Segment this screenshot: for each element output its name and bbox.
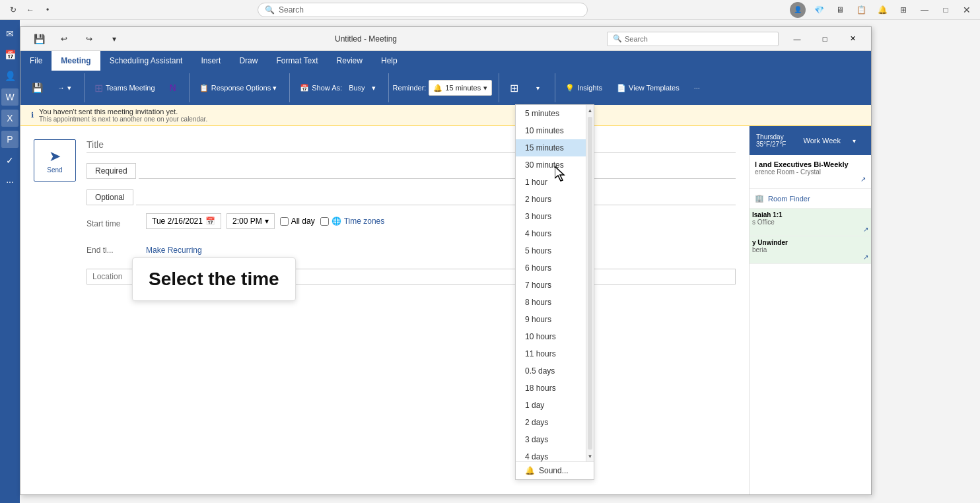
avatar-btn[interactable]: 👤 [790,2,806,18]
dropdown-item-20[interactable]: 4 days [516,448,586,461]
store-btn[interactable]: 💎 [811,3,827,17]
scroll-thumb[interactable] [588,117,592,450]
time-chevron: ▾ [265,217,269,226]
word-nav-icon[interactable]: W [1,88,18,106]
calendar-nav-icon[interactable]: 📅 [1,46,18,63]
ppt-nav-icon[interactable]: P [1,131,18,148]
dropdown-item-5[interactable]: 2 hours [516,191,586,208]
dropdown-item-12[interactable]: 9 hours [516,311,586,328]
tab-draw[interactable]: Draw [230,51,267,71]
dropdown-item-8[interactable]: 5 hours [516,242,586,259]
dropdown-item-17[interactable]: 1 day [516,397,586,414]
dropdown-item-9[interactable]: 6 hours [516,259,586,277]
make-recurring-link[interactable]: Make Recurring [146,246,202,255]
tab-meeting[interactable]: Meeting [52,51,100,71]
busy-dropdown: Busy [345,83,368,92]
dropdown-item-11[interactable]: 8 hours [516,294,586,311]
tab-insert[interactable]: Insert [192,51,230,71]
minimize-os[interactable]: — [917,3,932,17]
dropdown-item-4[interactable]: 1 hour [516,174,586,191]
expand-icon-1[interactable]: ↗ [755,176,866,183]
back-btn[interactable]: ← [22,3,38,17]
dropdown-item-19[interactable]: 3 days [516,431,586,448]
tab-review[interactable]: Review [328,51,372,71]
teams-meeting-btn[interactable]: ⊞ Teams Meeting [88,79,161,98]
title-input[interactable] [87,137,736,153]
scroll-down-arrow[interactable]: ▼ [586,451,594,461]
clip-btn[interactable]: 📋 [853,3,869,17]
expand-icon-2[interactable]: ↗ [752,226,868,233]
grid-toolbar-icon[interactable]: ⊞ [503,77,524,98]
window-controls: — □ ✕ [784,30,866,48]
tab-format[interactable]: Format Text [267,51,327,71]
refresh-btn[interactable]: ↻ [5,3,21,17]
send-button[interactable]: ➤ Send [34,139,76,182]
dropdown-item-7[interactable]: 4 hours [516,225,586,242]
timezones-check: 🌐 Time zones [320,217,385,226]
expand-icon-3[interactable]: ↗ [752,253,868,261]
optional-btn[interactable]: Optional [87,189,133,205]
onenote-btn[interactable]: N [164,79,182,96]
show-as-btn[interactable]: 📅 Show As: Busy ▾ [294,80,381,96]
more-options-btn[interactable]: ··· [688,81,706,95]
dropdown-item-3[interactable]: 30 minutes [516,156,586,174]
dropdown-item-15[interactable]: 0.5 days [516,362,586,380]
reminder-select[interactable]: 🔔 15 minutes ▾ [429,80,492,96]
minimize-btn[interactable]: — [784,30,810,48]
mail-nav-icon[interactable]: ✉ [1,25,18,42]
outer-search-box[interactable]: 🔍 Search [258,3,588,17]
tab-help[interactable]: Help [372,51,407,71]
maximize-btn[interactable]: □ [812,30,838,48]
optional-input[interactable] [136,190,736,205]
scroll-up-arrow[interactable]: ▲ [586,105,594,116]
dropdown-item-13[interactable]: 10 hours [516,328,586,345]
dropdown-item-16[interactable]: 18 hours [516,380,586,397]
dropdown-item-14[interactable]: 11 hours [516,345,586,362]
dropdown-sound-item[interactable]: 🔔 Sound... [516,461,594,479]
save-toolbar-btn[interactable]: 💾 [26,79,49,96]
bell-btn[interactable]: 🔔 [874,3,890,17]
dropdown-item-0[interactable]: 5 minutes [516,105,586,122]
more-nav-icon[interactable]: ··· [1,173,18,190]
insights-btn[interactable]: 💡 Insights [559,81,608,96]
reminder-dropdown: 5 minutes 10 minutes 15 minutes 30 minut… [515,104,594,480]
dropdown-item-2[interactable]: 15 minutes [516,139,586,156]
redo-icon[interactable]: ↪ [79,28,100,50]
dropdown-item-18[interactable]: 2 days [516,414,586,431]
screen-btn[interactable]: 🖥 [832,3,848,17]
room-finder[interactable]: 🏢 Room Finder [750,189,871,209]
required-btn[interactable]: Required [87,163,136,179]
info-bar: ℹ You haven't sent this meeting invitati… [20,105,871,126]
response-options-btn[interactable]: 📋 Response Options ▾ [193,81,283,96]
view-templates-btn[interactable]: 📄 View Templates [611,81,685,96]
save-icon[interactable]: 💾 [28,28,50,50]
check-nav-icon[interactable]: ✓ [1,152,18,169]
event3-sub: beria [752,246,868,253]
allday-checkbox[interactable] [280,217,289,226]
undo-icon[interactable]: ↩ [53,28,75,50]
excel-nav-icon[interactable]: X [1,110,18,127]
tab-file[interactable]: File [20,51,52,71]
grid-btn[interactable]: ⊞ [895,3,911,17]
dropdown-item-1[interactable]: 10 minutes [516,122,586,139]
timezones-checkbox[interactable] [320,217,329,226]
people-nav-icon[interactable]: 👤 [1,67,18,84]
close-btn[interactable]: ✕ [839,30,866,48]
forward-btn[interactable]: • [40,3,55,17]
required-input[interactable] [139,164,736,179]
meeting-search-box[interactable]: 🔍 Search [607,32,779,46]
work-week-label: Work Week [804,137,841,145]
dropdown-item-10[interactable]: 7 hours [516,277,586,294]
more-tb-icon[interactable]: ▾ [104,28,125,50]
maximize-os[interactable]: □ [938,3,954,17]
tab-scheduling[interactable]: Scheduling Assistant [100,51,192,71]
dropdown-item-6[interactable]: 3 hours [516,208,586,225]
dropdown-grid-btn[interactable]: ▾ [527,77,548,98]
start-date-picker[interactable]: Tue 2/16/2021 📅 [146,213,221,229]
forward-arrow-btn[interactable]: → ▾ [52,81,77,96]
time-zones-link[interactable]: Time zones [344,217,385,226]
close-os[interactable]: ✕ [959,3,975,17]
start-time-picker[interactable]: 2:00 PM ▾ [227,213,275,229]
expand-calendar-icon[interactable]: ▾ [843,130,864,151]
end-time-label: End ti... [87,246,146,255]
